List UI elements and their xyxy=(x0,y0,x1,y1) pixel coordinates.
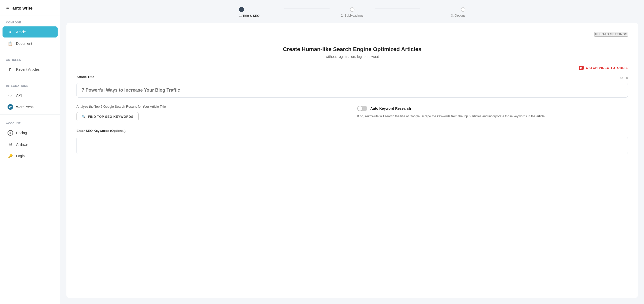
sidebar-item-label-article: Article xyxy=(16,30,26,34)
document-icon: 📋 xyxy=(8,41,13,46)
seo-keywords-label: Enter SEO Keywords (Optional) xyxy=(76,129,628,133)
main-content: 1. Title & SEO 2. SubHeadings 3. Options… xyxy=(60,0,644,304)
seo-row: Analyze the Top 5 Google Search Results … xyxy=(76,105,628,121)
sidebar-section-label-3: ACCOUNT xyxy=(0,117,60,127)
sidebar-divider-1 xyxy=(0,77,60,77)
sidebar-divider-0 xyxy=(0,51,60,51)
seo-keywords-input[interactable] xyxy=(76,137,628,154)
pricing-icon: $ xyxy=(8,130,13,136)
load-settings-label: LOAD SETTINGS xyxy=(599,32,627,36)
auto-keyword-toggle[interactable] xyxy=(357,106,367,111)
sidebar-item-label-wordpress: WordPress xyxy=(16,105,33,109)
step-line-2 xyxy=(375,9,420,9)
seo-analyze-text: Analyze the Top 5 Google Search Results … xyxy=(76,105,347,108)
step-2[interactable]: 2. SubHeadings xyxy=(330,7,375,17)
sidebar-item-affiliate[interactable]: 🏛Affiliate xyxy=(3,139,58,150)
stepper: 1. Title & SEO 2. SubHeadings 3. Options xyxy=(239,7,465,18)
wordpress-icon: W xyxy=(8,104,13,110)
toggle-knob xyxy=(358,106,362,111)
sidebar-item-label-api: API xyxy=(16,93,22,97)
step-1-circle xyxy=(239,7,244,12)
sidebar-item-article[interactable]: ■Article xyxy=(3,26,58,37)
seo-right: Auto Keyword Research If on, AutoWrite w… xyxy=(357,105,628,119)
sidebar-section-label-0: COMPOSE xyxy=(0,16,60,26)
stepper-container: 1. Title & SEO 2. SubHeadings 3. Options xyxy=(60,0,644,23)
sidebar-item-label-document: Document xyxy=(16,42,32,46)
sidebar-item-label-pricing: Pricing xyxy=(16,131,27,135)
step-3-circle xyxy=(461,7,465,12)
sidebar-section-label-1: ARTICLES xyxy=(0,53,60,63)
affiliate-icon: 🏛 xyxy=(8,142,13,147)
youtube-icon: ▶ xyxy=(579,66,584,70)
step-1-label: 1. Title & SEO xyxy=(239,14,260,18)
sidebar-item-label-login: Login xyxy=(16,154,25,158)
step-1[interactable]: 1. Title & SEO xyxy=(239,7,284,18)
app-title: auto write xyxy=(12,6,32,11)
seo-keywords-section: Enter SEO Keywords (Optional) xyxy=(76,129,628,155)
logo-icon: ✒ xyxy=(6,6,10,11)
recent-articles-icon: 🗒 xyxy=(8,67,13,72)
char-count: 0/100 xyxy=(620,76,628,80)
logo-area: ✒ auto write xyxy=(0,0,60,16)
find-keywords-label: FIND TOP SEO KEYWORDS xyxy=(88,115,134,119)
sidebar-item-pricing[interactable]: $Pricing xyxy=(3,127,58,138)
step-2-label: 2. SubHeadings xyxy=(341,14,364,17)
seo-left: Analyze the Top 5 Google Search Results … xyxy=(76,105,347,121)
sidebar-item-wordpress[interactable]: WWordPress xyxy=(3,101,58,112)
sidebar-divider-2 xyxy=(0,115,60,115)
step-line-1 xyxy=(284,9,330,9)
auto-keyword-title: Auto Keyword Research xyxy=(370,106,411,110)
watch-tutorial-btn[interactable]: ▶ WATCH VIDEO TUTORIAL xyxy=(76,66,628,70)
load-settings-button[interactable]: ⚙ LOAD SETTINGS xyxy=(594,32,628,36)
auto-keyword-toggle-row: Auto Keyword Research xyxy=(357,106,628,111)
article-title-label-row: Article Title 0/100 xyxy=(76,75,628,81)
sidebar-item-login[interactable]: 🔑Login xyxy=(3,150,58,162)
search-icon: 🔍 xyxy=(82,115,86,119)
login-icon: 🔑 xyxy=(8,153,13,159)
find-keywords-button[interactable]: 🔍 FIND TOP SEO KEYWORDS xyxy=(76,112,139,121)
step-3-label: 3. Options xyxy=(451,14,465,17)
card-subtitle: without registration, login or sweat xyxy=(76,55,628,59)
article-title-label: Article Title xyxy=(76,75,94,79)
sidebar-item-recent-articles[interactable]: 🗒Recent Articles xyxy=(3,64,58,75)
sidebar-item-label-affiliate: Affiliate xyxy=(16,142,28,146)
sidebar-item-label-recent-articles: Recent Articles xyxy=(16,67,39,71)
sidebar: ✒ auto write COMPOSE■Article📋DocumentART… xyxy=(0,0,60,304)
api-icon: <> xyxy=(8,93,13,98)
sidebar-item-document[interactable]: 📋Document xyxy=(3,38,58,49)
step-2-circle xyxy=(350,7,354,12)
sidebar-item-api[interactable]: <>API xyxy=(3,90,58,101)
article-title-input[interactable] xyxy=(76,83,628,98)
watch-tutorial-label: WATCH VIDEO TUTORIAL xyxy=(585,66,628,70)
sidebar-section-label-2: INTEGRATIONS xyxy=(0,79,60,89)
step-3[interactable]: 3. Options xyxy=(420,7,465,17)
auto-keyword-desc: If on, AutoWrite will search the title a… xyxy=(357,114,628,119)
card-title: Create Human-like Search Engine Optimize… xyxy=(76,46,628,53)
content-card: ⚙ LOAD SETTINGS Create Human-like Search… xyxy=(66,23,638,298)
article-icon: ■ xyxy=(8,29,13,35)
gear-icon: ⚙ xyxy=(595,32,598,36)
